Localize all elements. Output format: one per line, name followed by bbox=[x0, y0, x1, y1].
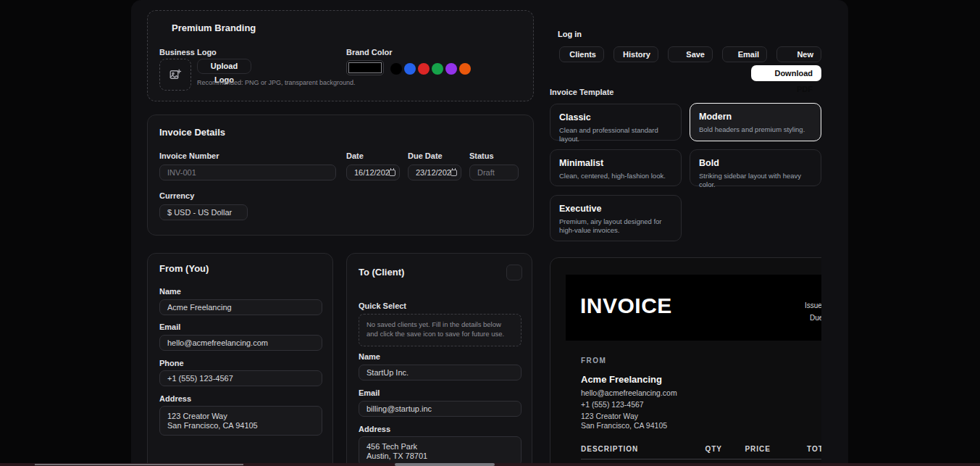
template-option-executive[interactable]: Executive Premium, airy layout designed … bbox=[550, 195, 682, 241]
to-address-label: Address bbox=[359, 425, 390, 433]
brand-color-input[interactable] bbox=[346, 60, 384, 75]
template-name: Modern bbox=[699, 112, 812, 122]
calendar-icon[interactable] bbox=[389, 170, 395, 176]
crown-icon bbox=[159, 23, 169, 33]
to-email-input[interactable]: billing@startup.inc bbox=[359, 401, 522, 417]
upload-logo-button[interactable]: Upload Logo bbox=[197, 59, 251, 74]
template-name: Classic bbox=[559, 112, 672, 122]
login-button[interactable]: Log in bbox=[558, 30, 582, 38]
invoice-number-label: Invoice Number bbox=[159, 151, 219, 160]
to-name-label: Name bbox=[359, 352, 380, 361]
color-swatch-purple[interactable] bbox=[445, 63, 457, 75]
preview-due-label: Due: bbox=[810, 314, 821, 322]
currency-select[interactable]: $ USD - US Dollar bbox=[159, 204, 248, 220]
from-name-input[interactable]: Acme Freelancing bbox=[159, 299, 322, 315]
invoice-preview-clip: INVOICE Issued: Due: FROM Acme Freelanci… bbox=[550, 257, 821, 466]
save-client-button[interactable] bbox=[506, 265, 522, 280]
preview-col-qty: QTY bbox=[686, 445, 722, 453]
clients-button[interactable]: Clients bbox=[559, 46, 604, 62]
template-desc: Bold headers and premium styling. bbox=[699, 125, 812, 134]
business-logo-label: Business Logo bbox=[159, 48, 217, 57]
status-label: Status bbox=[469, 151, 494, 160]
invoice-preview-card: INVOICE Issued: Due: FROM Acme Freelanci… bbox=[550, 257, 821, 466]
template-desc: Striking sidebar layout with heavy color… bbox=[699, 172, 812, 189]
invoice-number-input[interactable]: INV-001 bbox=[159, 165, 336, 180]
due-date-value: 23/12/202 bbox=[416, 168, 451, 177]
to-email-label: Email bbox=[359, 388, 380, 397]
preview-invoice-title: INVOICE bbox=[580, 294, 672, 318]
quick-select-empty-state: No saved clients yet. Fill in the detail… bbox=[359, 314, 522, 346]
due-date-label: Due Date bbox=[408, 151, 443, 160]
preview-issued-label: Issued: bbox=[805, 301, 821, 309]
preview-col-price: PRICE bbox=[727, 445, 771, 453]
preview-from-label: FROM bbox=[581, 357, 606, 365]
upload-hint: Recommended: PNG or JPG, transparent bac… bbox=[197, 79, 356, 86]
premium-branding-card: Premium Branding Business Logo Upload Lo… bbox=[147, 10, 534, 101]
history-button[interactable]: History bbox=[613, 46, 658, 62]
preview-table-divider bbox=[581, 459, 821, 459]
from-email-input[interactable]: hello@acmefreelancing.com bbox=[159, 335, 322, 351]
preview-col-description: DESCRIPTION bbox=[581, 445, 638, 453]
template-desc: Clean and professional standard layout. bbox=[559, 126, 672, 143]
template-name: Minimalist bbox=[559, 158, 672, 168]
brand-color-label: Brand Color bbox=[346, 48, 393, 57]
preview-col-total: TOTAL bbox=[807, 445, 821, 453]
status-input: Draft bbox=[469, 165, 519, 180]
template-name: Bold bbox=[699, 158, 812, 168]
template-desc: Premium, airy layout designed for high-v… bbox=[559, 217, 672, 235]
preview-from-email: hello@acmefreelancing.com bbox=[581, 388, 677, 397]
color-swatch-green[interactable] bbox=[432, 63, 443, 75]
date-label: Date bbox=[346, 151, 364, 160]
to-address-textarea[interactable]: 456 Tech Park Austin, TX 78701 bbox=[359, 436, 522, 466]
color-swatch-blue[interactable] bbox=[404, 63, 416, 75]
preview-from-address2: San Francisco, CA 94105 bbox=[581, 421, 667, 430]
currency-label: Currency bbox=[159, 191, 194, 200]
download-pdf-button[interactable]: Download PDF bbox=[751, 65, 821, 81]
date-input[interactable]: 16/12/202 bbox=[346, 165, 400, 180]
from-phone-input[interactable]: +1 (555) 123-4567 bbox=[159, 370, 322, 386]
preview-from-address1: 123 Creator Way bbox=[581, 412, 638, 420]
from-phone-label: Phone bbox=[159, 359, 184, 367]
color-swatch-red[interactable] bbox=[418, 63, 430, 75]
premium-branding-title: Premium Branding bbox=[172, 22, 256, 33]
new-button[interactable]: New bbox=[776, 46, 821, 62]
horizontal-scrollbar-thumb[interactable] bbox=[395, 463, 495, 466]
template-option-bold[interactable]: Bold Striking sidebar layout with heavy … bbox=[690, 149, 821, 186]
to-name-input[interactable]: StartUp Inc. bbox=[359, 365, 522, 380]
preview-from-name: Acme Freelancing bbox=[581, 374, 662, 385]
save-button[interactable]: Save bbox=[668, 46, 713, 62]
from-title: From (You) bbox=[159, 263, 209, 274]
bottom-bar-fragment bbox=[35, 464, 243, 465]
logo-dropzone[interactable] bbox=[159, 59, 191, 91]
template-desc: Clean, centered, high-fashion look. bbox=[559, 172, 672, 180]
invoice-app-panel: Premium Branding Business Logo Upload Lo… bbox=[131, 0, 848, 466]
preview-from-phone: +1 (555) 123-4567 bbox=[581, 400, 644, 409]
color-swatch-black[interactable] bbox=[390, 63, 402, 75]
to-card: To (Client) Quick Select No saved client… bbox=[346, 253, 532, 466]
toolbar-button-row: Clients History Save Email New bbox=[559, 46, 821, 62]
template-option-modern[interactable]: Modern Bold headers and premium styling. bbox=[690, 103, 821, 141]
calendar-icon[interactable] bbox=[451, 170, 457, 176]
image-plus-icon bbox=[169, 68, 182, 81]
to-title: To (Client) bbox=[359, 267, 404, 278]
template-name: Executive bbox=[559, 204, 672, 214]
from-address-label: Address bbox=[159, 394, 191, 403]
brand-color-current bbox=[348, 62, 382, 73]
from-name-label: Name bbox=[159, 287, 181, 296]
due-date-input[interactable]: 23/12/202 bbox=[408, 165, 461, 180]
template-option-classic[interactable]: Classic Clean and professional standard … bbox=[550, 104, 682, 141]
invoice-template-label: Invoice Template bbox=[550, 88, 613, 96]
bottom-strip bbox=[0, 463, 980, 466]
invoice-details-card: Invoice Details Invoice Number INV-001 D… bbox=[147, 115, 534, 236]
quick-select-label: Quick Select bbox=[359, 301, 406, 310]
date-value: 16/12/202 bbox=[354, 168, 390, 177]
invoice-details-title: Invoice Details bbox=[159, 127, 225, 138]
from-email-label: Email bbox=[159, 323, 180, 331]
from-address-textarea[interactable]: 123 Creator Way San Francisco, CA 94105 bbox=[159, 406, 322, 436]
color-swatch-orange[interactable] bbox=[459, 63, 471, 75]
preview-header-band: INVOICE Issued: Due: bbox=[566, 275, 821, 341]
from-card: From (You) Name Acme Freelancing Email h… bbox=[147, 253, 333, 466]
template-option-minimalist[interactable]: Minimalist Clean, centered, high-fashion… bbox=[550, 149, 682, 186]
email-button[interactable]: Email bbox=[722, 46, 767, 62]
